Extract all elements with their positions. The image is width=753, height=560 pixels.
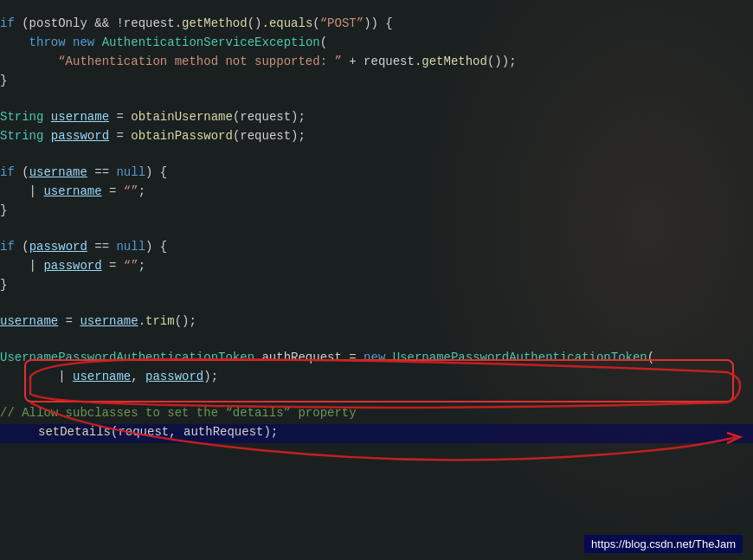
code-token: (request); bbox=[233, 110, 306, 124]
code-token: | bbox=[29, 259, 44, 273]
code-token bbox=[43, 129, 50, 143]
code-token: new bbox=[73, 35, 94, 49]
code-line bbox=[0, 147, 753, 164]
code-token: ) { bbox=[145, 165, 167, 179]
code-line: String username = obtainUsername(request… bbox=[0, 109, 753, 128]
code-token: (request); bbox=[233, 129, 306, 143]
code-token: ( bbox=[15, 165, 29, 179]
code-line: | username, password); bbox=[0, 369, 753, 388]
code-line: } bbox=[0, 277, 753, 296]
code-token: if bbox=[0, 240, 15, 254]
code-token: ) { bbox=[145, 240, 167, 254]
code-token: password bbox=[43, 259, 101, 273]
code-token: username bbox=[0, 314, 58, 328]
code-line: | username = “”; bbox=[0, 183, 753, 203]
code-token: username bbox=[80, 314, 138, 328]
code-token: )) { bbox=[364, 16, 393, 30]
code-token: password bbox=[29, 240, 87, 254]
code-line: “Authentication method not supported: ” … bbox=[0, 54, 753, 73]
code-line bbox=[0, 332, 753, 350]
code-token: == bbox=[87, 165, 117, 179]
code-token: new bbox=[364, 351, 385, 364]
code-token: setDetails bbox=[38, 425, 111, 439]
code-token: null bbox=[116, 240, 145, 254]
code-area: if (postOnly && !request.getMethod().equ… bbox=[0, 0, 753, 560]
code-token: + request. bbox=[342, 55, 422, 68]
code-token: = bbox=[109, 129, 131, 143]
code-token: == bbox=[87, 240, 117, 254]
code-token: trim bbox=[145, 314, 175, 328]
code-line bbox=[0, 388, 753, 405]
code-line: setDetails(request, authRequest); bbox=[0, 424, 753, 443]
code-token: ( bbox=[320, 35, 327, 49]
code-line: throw new AuthenticationServiceException… bbox=[0, 35, 753, 54]
code-token: ( bbox=[647, 351, 654, 364]
code-token: AuthenticationServiceException bbox=[102, 35, 320, 49]
code-content: if (postOnly && !request.getMethod().equ… bbox=[0, 9, 753, 450]
indent-space bbox=[0, 184, 29, 198]
code-token: if bbox=[0, 16, 15, 30]
code-token: equals bbox=[269, 16, 312, 30]
indent-space bbox=[0, 55, 58, 68]
code-token: ()); bbox=[487, 55, 517, 68]
indent-space bbox=[0, 35, 29, 49]
code-token: (); bbox=[175, 314, 196, 328]
code-token bbox=[43, 110, 50, 124]
watermark-text: https://blog.csdn.net/TheJam bbox=[591, 537, 736, 550]
code-line: } bbox=[0, 203, 753, 222]
code-token: password bbox=[51, 129, 109, 143]
code-token bbox=[66, 35, 73, 49]
code-token: ); bbox=[203, 370, 218, 383]
indent-space bbox=[0, 370, 58, 383]
code-line bbox=[0, 296, 753, 313]
code-token: ( bbox=[15, 240, 29, 254]
code-token: username bbox=[73, 370, 131, 383]
code-line: // Allow subclasses to set the “details”… bbox=[0, 405, 753, 424]
code-token: (postOnly && !request. bbox=[15, 16, 182, 30]
code-token: username bbox=[29, 165, 87, 179]
code-token: ; bbox=[138, 184, 145, 198]
code-token: } bbox=[0, 203, 7, 217]
code-token: = bbox=[102, 259, 124, 273]
code-token: username bbox=[43, 184, 101, 198]
code-token: obtainPassword bbox=[131, 129, 233, 143]
code-token: = bbox=[102, 184, 124, 198]
code-token: UsernamePasswordAuthenticationToken bbox=[0, 351, 254, 364]
code-token: (request, authRequest); bbox=[111, 425, 278, 439]
indent-space bbox=[0, 259, 29, 273]
code-token: (). bbox=[248, 16, 269, 30]
code-token: | bbox=[58, 370, 73, 383]
code-token: String bbox=[0, 110, 43, 124]
code-line: String password = obtainPassword(request… bbox=[0, 128, 753, 147]
code-token: = bbox=[109, 110, 131, 124]
code-token: , bbox=[131, 370, 145, 383]
code-token: if bbox=[0, 165, 15, 179]
code-token: “” bbox=[124, 184, 138, 198]
code-token: ; bbox=[138, 259, 145, 273]
code-token bbox=[385, 351, 392, 364]
code-token: UsernamePasswordAuthenticationToken bbox=[393, 351, 647, 364]
code-token: String bbox=[0, 129, 43, 143]
code-line: if (username == null) { bbox=[0, 164, 753, 183]
code-token: } bbox=[0, 278, 7, 292]
code-line: if (postOnly && !request.getMethod().equ… bbox=[0, 16, 753, 35]
code-token: | bbox=[29, 184, 44, 198]
code-line bbox=[0, 222, 753, 239]
code-token: password bbox=[145, 370, 203, 383]
code-token: “Authentication method not supported: ” bbox=[58, 55, 342, 68]
code-line: username = username.trim(); bbox=[0, 313, 753, 332]
code-token: ( bbox=[312, 16, 319, 30]
watermark: https://blog.csdn.net/TheJam bbox=[584, 535, 743, 553]
code-line: } bbox=[0, 73, 753, 92]
code-line: | password = “”; bbox=[0, 258, 753, 277]
code-token: “” bbox=[124, 259, 138, 273]
code-token: = bbox=[58, 314, 80, 328]
code-token bbox=[94, 35, 101, 49]
code-token: authRequest = bbox=[254, 351, 364, 364]
code-token: null bbox=[116, 165, 145, 179]
code-line: UsernamePasswordAuthenticationToken auth… bbox=[0, 350, 753, 369]
code-token: . bbox=[138, 314, 145, 328]
code-token: username bbox=[51, 110, 109, 124]
code-line bbox=[0, 92, 753, 109]
code-token: } bbox=[0, 74, 7, 87]
